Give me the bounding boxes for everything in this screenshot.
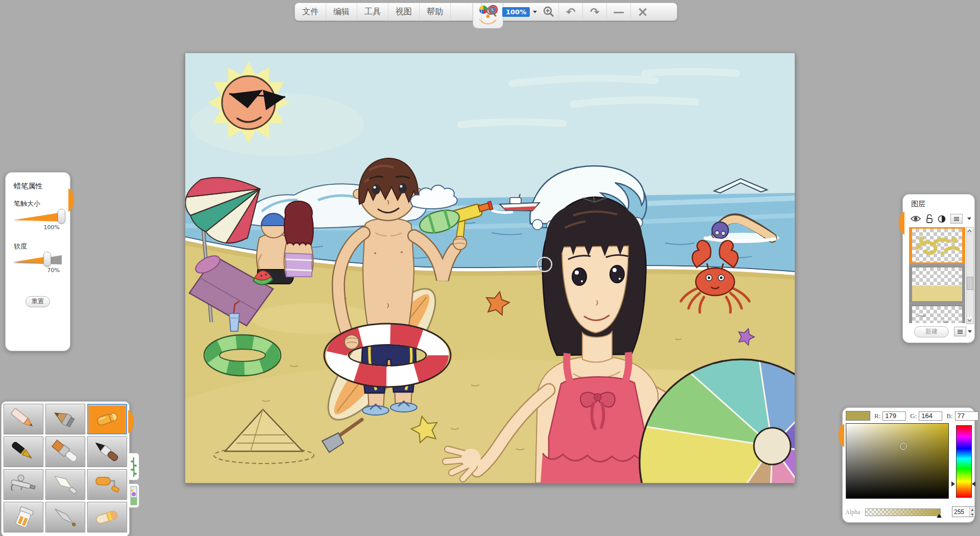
canvas-artwork[interactable] [185,53,795,483]
drawing-canvas[interactable] [185,53,795,483]
green-input[interactable] [919,411,942,421]
chevron-up-icon [967,229,972,233]
color-selector-marker[interactable] [900,442,908,450]
green-label: G: [910,412,917,420]
layer-blend-icon[interactable] [938,215,946,223]
softness-label: 软度 [14,242,70,251]
zoom-dropdown-caret[interactable] [533,11,537,13]
softness-handle[interactable] [43,252,51,266]
softness-slider[interactable] [13,253,62,265]
layers-panel: 图层 [902,194,975,343]
scroll-down-button[interactable] [967,317,972,324]
alpha-spinner: ▲ ▼ [952,506,975,517]
menu-tools[interactable]: 工具 [357,3,388,20]
color-picker-panel: R: G: B: Alpha ▲ ▼ [842,407,975,523]
zoom-in-button[interactable] [539,3,558,20]
minimize-button[interactable]: — [607,3,630,20]
reset-button[interactable]: 重置 [26,296,50,307]
layers-panel-title: 图层 [911,200,974,209]
alpha-decrement-button[interactable]: ▼ [970,512,975,517]
layer-menu-caret[interactable] [967,217,971,220]
main-toolbar: 文件 编辑 工具 视图 帮助 100% ↶ ↷ — × [295,3,677,21]
layers-handle-icon[interactable] [895,210,904,236]
paint-roller-icon [91,472,124,497]
redo-button[interactable]: ↷ [583,3,606,20]
tool-ink-brush[interactable] [87,436,127,467]
tool-pencil[interactable] [4,404,43,434]
layers-options-button[interactable] [954,327,966,336]
undo-button[interactable]: ↶ [559,3,582,20]
airbrush-icon [7,472,40,497]
layer-row-middle[interactable] [909,266,965,303]
blue-label: B: [946,412,952,420]
logo-spacer [451,3,481,20]
brush-size-slider[interactable] [13,210,62,223]
layer-menu-button[interactable] [950,214,963,224]
layer-visibility-icon[interactable] [910,215,921,223]
tool-palette-knife[interactable] [45,469,85,500]
scroll-up-button[interactable] [967,228,972,234]
new-layer-button[interactable]: 新建 [914,326,949,337]
menu-lines-icon [957,329,963,334]
alpha-slider[interactable] [865,508,941,516]
layer-scrollbar[interactable] [966,227,974,324]
tool-crayon[interactable] [87,404,127,434]
tool-flat-brush[interactable] [45,436,85,467]
eraser-icon [91,505,124,529]
hue-marker-left[interactable] [951,481,955,486]
tool-eraser[interactable] [87,502,127,532]
zoom-level-value[interactable]: 100% [502,7,530,17]
alpha-increment-button[interactable]: ▲ [970,507,975,512]
plant-stamp-tab[interactable] [129,453,139,480]
hue-strip[interactable] [956,425,972,498]
green-swim-ring[interactable] [204,335,281,376]
zoom-out-button[interactable] [482,3,501,20]
layer-row-top[interactable] [909,227,965,264]
menu-help[interactable]: 帮助 [420,3,451,20]
layer-row-bottom[interactable] [909,305,965,323]
tool-pastel[interactable] [45,404,85,434]
saturation-value-square[interactable] [846,423,949,499]
layers-options-caret[interactable] [968,330,972,333]
palette-handle-icon[interactable] [128,406,137,437]
tool-paint-jar[interactable] [4,502,43,532]
crayon-icon [91,407,124,431]
picture-stamp-tab[interactable] [129,483,139,508]
hue-marker-right[interactable] [972,481,975,486]
zoom-in-icon [543,6,555,18]
close-button[interactable]: × [631,3,654,20]
flat-brush-icon [49,440,82,464]
scroll-thumb[interactable] [967,277,973,290]
layer-lock-icon[interactable] [926,214,933,223]
layer-bottom-thumbnail [912,306,962,323]
alpha-label: Alpha [845,508,860,516]
current-color-swatch [846,411,870,421]
red-label: R: [874,412,880,420]
alpha-marker[interactable] [937,514,942,518]
brush-properties-panel: 蜡笔属性 笔触大小 100% 软度 70% 重置 [5,172,70,351]
sitting-girl[interactable] [284,201,313,277]
alpha-input[interactable] [952,507,969,517]
brush-size-track [13,212,62,222]
plant-stamp-icon [130,455,137,478]
tool-fountain-pen[interactable] [4,436,43,467]
tool-paint-roller[interactable] [87,469,127,500]
chevron-down-icon [967,319,972,322]
tool-airbrush[interactable] [4,469,43,500]
menu-edit[interactable]: 编辑 [326,3,357,20]
app-window: { "app": {"background_color": "#acacac",… [0,0,980,536]
menu-view[interactable]: 视图 [388,3,420,20]
zoom-out-icon [485,6,498,18]
blue-input[interactable] [955,411,978,421]
ink-brush-icon [91,440,124,464]
palette-knife-icon [49,472,82,497]
brush-panel-title: 蜡笔属性 [14,182,70,191]
liner-icon [49,505,82,529]
red-input[interactable] [883,411,906,421]
tool-liner[interactable] [45,502,85,532]
color-panel-handle-icon[interactable] [835,422,844,449]
layer-middle-fill [912,286,962,301]
menu-lines-icon [953,216,960,222]
brush-size-handle[interactable] [58,209,65,224]
menu-file[interactable]: 文件 [295,3,326,20]
